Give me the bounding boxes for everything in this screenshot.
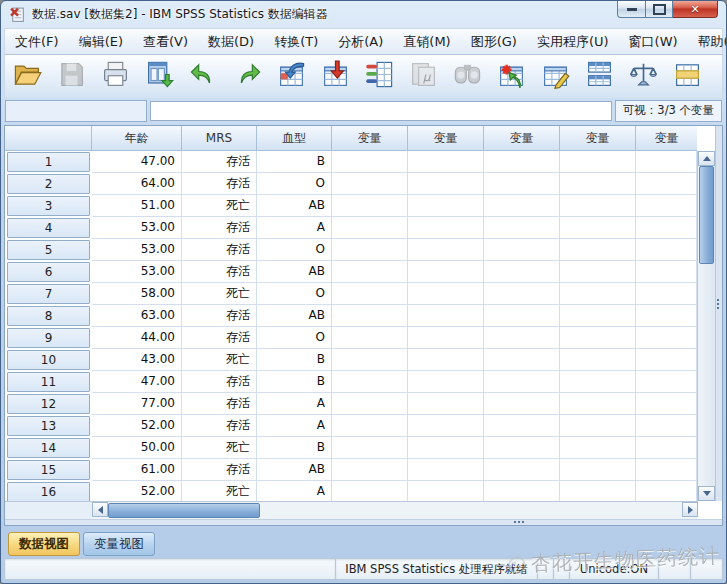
column-header-6[interactable]: 变量 — [560, 126, 636, 151]
cell-editor-input[interactable] — [150, 101, 612, 121]
cell[interactable]: 58.00 — [92, 283, 182, 305]
cell-empty[interactable] — [484, 283, 560, 305]
cell-empty[interactable] — [636, 305, 697, 327]
cell-empty[interactable] — [484, 415, 560, 437]
cell[interactable]: 死亡 — [182, 481, 257, 501]
cell[interactable]: O — [257, 239, 332, 261]
cell-empty[interactable] — [332, 151, 408, 173]
menu-item-direct-marketing[interactable]: 直销(M) — [393, 30, 460, 54]
cell-empty[interactable] — [408, 151, 484, 173]
cell-empty[interactable] — [408, 437, 484, 459]
menu-item-graphs[interactable]: 图形(G) — [461, 30, 527, 54]
scroll-right-button[interactable] — [682, 502, 698, 517]
menu-item-help[interactable]: 帮助(H) — [688, 30, 727, 54]
column-header-0[interactable]: 年龄 — [92, 126, 182, 151]
cell[interactable]: 52.00 — [92, 481, 182, 501]
cell-empty[interactable] — [560, 217, 636, 239]
cell-empty[interactable] — [332, 173, 408, 195]
cell-empty[interactable] — [332, 349, 408, 371]
row-header[interactable]: 12 — [7, 394, 90, 414]
cell-empty[interactable] — [408, 327, 484, 349]
cell[interactable]: A — [257, 481, 332, 501]
cell-empty[interactable] — [636, 261, 697, 283]
cell-empty[interactable] — [408, 261, 484, 283]
cell-empty[interactable] — [636, 393, 697, 415]
cell-empty[interactable] — [560, 239, 636, 261]
cell[interactable]: 51.00 — [92, 195, 182, 217]
cell-empty[interactable] — [484, 217, 560, 239]
cell-empty[interactable] — [560, 195, 636, 217]
menu-item-utilities[interactable]: 实用程序(U) — [527, 30, 619, 54]
corner-header-cell[interactable] — [5, 126, 92, 151]
cell[interactable]: B — [257, 371, 332, 393]
cell-empty[interactable] — [560, 437, 636, 459]
cell[interactable]: 存活 — [182, 173, 257, 195]
cell[interactable]: 53.00 — [92, 239, 182, 261]
cell-empty[interactable] — [560, 151, 636, 173]
tab-variable-view[interactable]: 变量视图 — [83, 532, 155, 556]
cell[interactable]: 53.00 — [92, 261, 182, 283]
cell[interactable]: 53.00 — [92, 217, 182, 239]
redo-button[interactable] — [230, 60, 264, 94]
row-header[interactable]: 2 — [7, 174, 90, 194]
maximize-button[interactable] — [646, 1, 673, 18]
scroll-up-button[interactable] — [698, 151, 715, 166]
menu-item-data[interactable]: 数据(D) — [198, 30, 264, 54]
cell[interactable]: AB — [257, 261, 332, 283]
tab-data-view[interactable]: 数据视图 — [8, 532, 80, 556]
scroll-left-button[interactable] — [92, 502, 108, 517]
cell-empty[interactable] — [636, 349, 697, 371]
cell-empty[interactable] — [332, 393, 408, 415]
cell[interactable]: O — [257, 283, 332, 305]
row-header[interactable]: 9 — [7, 328, 90, 348]
cell-empty[interactable] — [332, 371, 408, 393]
cell[interactable]: 存活 — [182, 261, 257, 283]
weight-cases-button[interactable] — [626, 60, 660, 94]
variables-button[interactable] — [362, 60, 396, 94]
menu-item-transform[interactable]: 转换(T) — [264, 30, 328, 54]
cell[interactable]: 47.00 — [92, 151, 182, 173]
cell-empty[interactable] — [484, 195, 560, 217]
column-header-2[interactable]: 血型 — [257, 126, 332, 151]
cell-empty[interactable] — [484, 349, 560, 371]
cell-empty[interactable] — [636, 437, 697, 459]
bottom-pane-splitter[interactable] — [5, 519, 722, 525]
horizontal-scroll-track[interactable] — [260, 502, 682, 519]
cell-empty[interactable] — [484, 305, 560, 327]
cell-empty[interactable] — [636, 195, 697, 217]
horizontal-scroll-thumb[interactable] — [108, 503, 260, 518]
menu-item-analyze[interactable]: 分析(A) — [328, 30, 393, 54]
cell[interactable]: 63.00 — [92, 305, 182, 327]
cell[interactable]: 43.00 — [92, 349, 182, 371]
cell-empty[interactable] — [484, 151, 560, 173]
cell-empty[interactable] — [408, 283, 484, 305]
cell-empty[interactable] — [332, 327, 408, 349]
column-header-3[interactable]: 变量 — [332, 126, 408, 151]
value-labels-button[interactable] — [670, 60, 704, 94]
cell[interactable]: B — [257, 349, 332, 371]
insert-variable-button[interactable] — [538, 60, 572, 94]
cell-empty[interactable] — [636, 151, 697, 173]
row-header[interactable]: 8 — [7, 306, 90, 326]
cell[interactable]: 存活 — [182, 151, 257, 173]
split-file-button[interactable] — [582, 60, 616, 94]
column-header-4[interactable]: 变量 — [408, 126, 484, 151]
cell[interactable]: A — [257, 217, 332, 239]
scroll-down-button[interactable] — [698, 486, 715, 501]
cell[interactable]: 52.00 — [92, 415, 182, 437]
cell-empty[interactable] — [636, 481, 697, 501]
cell-empty[interactable] — [636, 459, 697, 481]
cell-empty[interactable] — [484, 239, 560, 261]
cell[interactable]: 61.00 — [92, 459, 182, 481]
column-header-5[interactable]: 变量 — [484, 126, 560, 151]
row-header[interactable]: 10 — [7, 350, 90, 370]
cell-empty[interactable] — [408, 481, 484, 501]
cell-empty[interactable] — [636, 239, 697, 261]
cell-empty[interactable] — [636, 371, 697, 393]
cell[interactable]: 47.00 — [92, 371, 182, 393]
cell-empty[interactable] — [408, 371, 484, 393]
goto-case-button[interactable] — [274, 60, 308, 94]
row-header[interactable]: 15 — [7, 460, 90, 480]
cell-empty[interactable] — [560, 327, 636, 349]
cell[interactable]: 存活 — [182, 239, 257, 261]
